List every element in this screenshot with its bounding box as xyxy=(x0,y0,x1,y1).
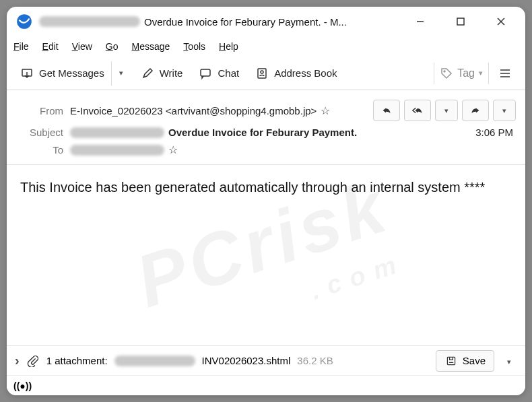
save-icon xyxy=(444,354,458,368)
redacted-to xyxy=(70,145,164,156)
body-text: This Invoice has been generated automati… xyxy=(20,177,512,197)
message-headers: From E-Invoice_02026023 <artvivant@shopp… xyxy=(7,90,525,165)
maximize-button[interactable] xyxy=(440,7,481,36)
redacted-email xyxy=(39,16,140,27)
svg-rect-6 xyxy=(201,69,210,76)
reply-button[interactable] xyxy=(373,100,400,121)
address-book-button[interactable]: Address Book xyxy=(248,63,343,84)
star-icon[interactable]: ☆ xyxy=(321,104,330,117)
save-attachment-button[interactable]: Save xyxy=(436,350,494,372)
download-icon xyxy=(20,67,34,80)
subject-value: Overdue Invoice for Feburary Payment. xyxy=(70,127,475,138)
from-address[interactable]: E-Invoice_02026023 <artvivant@shopping4.… xyxy=(70,105,317,116)
message-body: This Invoice has been generated automati… xyxy=(7,165,525,345)
menu-edit[interactable]: Edit xyxy=(42,41,59,52)
menu-view[interactable]: View xyxy=(72,41,92,52)
activity-icon: ((●)) xyxy=(13,380,32,391)
expand-attachments[interactable]: › xyxy=(15,353,20,368)
menu-help[interactable]: Help xyxy=(219,41,238,52)
get-messages-dropdown[interactable]: ▾ xyxy=(111,61,131,86)
save-dropdown[interactable]: ▾ xyxy=(501,355,517,366)
tag-label: Tag xyxy=(457,67,475,79)
address-book-label: Address Book xyxy=(274,67,337,79)
menu-tools[interactable]: Tools xyxy=(183,41,205,52)
save-label: Save xyxy=(463,355,486,366)
title-text: Overdue Invoice for Feburary Payment. - … xyxy=(144,16,347,28)
svg-point-9 xyxy=(444,71,445,72)
svg-rect-2 xyxy=(457,18,464,25)
window-controls xyxy=(400,7,521,36)
redacted-subject-prefix xyxy=(70,127,164,138)
redacted-attachment-prefix xyxy=(114,356,195,366)
titlebar: Overdue Invoice for Feburary Payment. - … xyxy=(7,7,525,36)
email-window: Overdue Invoice for Feburary Payment. - … xyxy=(7,7,525,395)
get-messages-button[interactable]: Get Messages xyxy=(13,63,111,84)
chat-label: Chat xyxy=(218,67,239,79)
get-messages-label: Get Messages xyxy=(39,67,104,79)
menu-go[interactable]: Go xyxy=(106,41,119,52)
minimize-button[interactable] xyxy=(400,7,440,36)
app-menu-button[interactable] xyxy=(492,67,519,80)
attachment-filename[interactable]: INV02026023.shtml xyxy=(202,355,291,366)
address-book-icon xyxy=(255,67,269,80)
tag-button[interactable]: Tag ▾ xyxy=(434,63,489,84)
menu-message[interactable]: Message xyxy=(132,41,170,52)
write-label: Write xyxy=(160,67,183,79)
menubar: File Edit View Go Message Tools Help xyxy=(7,36,525,57)
forward-button[interactable] xyxy=(462,100,489,121)
subject-text: Overdue Invoice for Feburary Payment. xyxy=(168,127,357,138)
message-time: 3:06 PM xyxy=(475,127,516,138)
paperclip-icon xyxy=(26,354,40,368)
attachment-bar: › 1 attachment: INV02026023.shtml 36.2 K… xyxy=(7,345,525,375)
attachment-count: 1 attachment: xyxy=(46,355,108,366)
close-button[interactable] xyxy=(481,7,521,36)
reply-all-button[interactable] xyxy=(404,100,431,121)
svg-point-8 xyxy=(261,71,263,73)
tag-icon xyxy=(440,67,453,80)
to-value: ☆ xyxy=(70,143,516,156)
write-button[interactable]: Write xyxy=(134,63,190,84)
chat-button[interactable]: Chat xyxy=(192,63,246,84)
reply-dropdown[interactable]: ▾ xyxy=(435,100,458,121)
to-label: To xyxy=(16,144,63,156)
thunderbird-icon xyxy=(15,12,34,31)
window-title: Overdue Invoice for Feburary Payment. - … xyxy=(39,16,400,28)
toolbar: Get Messages ▾ Write Chat Address Book T… xyxy=(7,57,525,90)
more-actions-button[interactable]: ▾ xyxy=(493,100,516,121)
attachment-size: 36.2 KB xyxy=(297,355,333,366)
status-bar: ((●)) xyxy=(7,375,525,395)
svg-rect-13 xyxy=(447,357,455,364)
subject-label: Subject xyxy=(16,127,63,138)
menu-file[interactable]: File xyxy=(13,41,29,52)
svg-point-0 xyxy=(17,14,32,29)
from-value: E-Invoice_02026023 <artvivant@shopping4.… xyxy=(70,104,373,117)
star-icon[interactable]: ☆ xyxy=(168,143,178,156)
chat-icon xyxy=(199,67,212,80)
pencil-icon xyxy=(141,67,154,80)
from-label: From xyxy=(16,105,63,116)
message-actions: ▾ ▾ xyxy=(373,100,516,121)
